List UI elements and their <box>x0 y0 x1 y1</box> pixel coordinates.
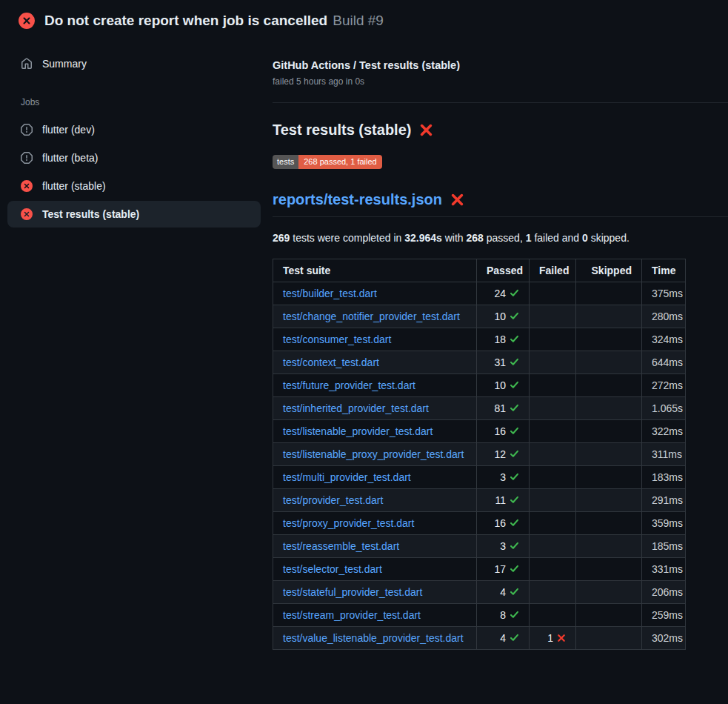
check-icon <box>510 587 519 597</box>
count-value: 11 <box>495 494 519 506</box>
report-file-link[interactable]: reports/test-results.json <box>273 191 442 208</box>
count-number: 16 <box>494 425 506 437</box>
count-number: 16 <box>494 517 506 529</box>
test-suite-link[interactable]: test/builder_test.dart <box>283 288 377 299</box>
passed-count-cell: 4 <box>477 580 530 603</box>
count-value: 10 <box>494 311 519 322</box>
test-suite-link[interactable]: test/context_test.dart <box>283 356 379 368</box>
column-header: Passed <box>477 259 530 282</box>
check-icon <box>510 311 519 321</box>
table-row: test/selector_test.dart17331ms <box>273 557 686 580</box>
check-icon <box>510 357 519 367</box>
count-number: 4 <box>500 586 506 598</box>
test-suite-link[interactable]: test/inherited_provider_test.dart <box>283 402 429 414</box>
time-cell: 1.065s <box>642 396 686 419</box>
test-suite-link[interactable]: test/selector_test.dart <box>283 563 382 575</box>
check-icon <box>510 403 519 413</box>
column-header: Skipped <box>576 259 642 282</box>
test-suite-cell: test/stream_provider_test.dart <box>273 603 477 626</box>
table-row: test/listenable_provider_test.dart16322m… <box>273 419 686 442</box>
skipped-cell <box>576 488 642 511</box>
test-suite-link[interactable]: test/multi_provider_test.dart <box>283 471 411 483</box>
empty-cell <box>530 580 576 603</box>
skipped-cell <box>576 282 642 305</box>
sidebar-job-item-3[interactable]: Test results (stable) <box>7 201 261 228</box>
sidebar: Summary Jobs flutter (dev)flutter (beta)… <box>0 30 273 229</box>
time-cell: 185ms <box>642 534 686 557</box>
empty-cell <box>530 282 576 305</box>
sidebar-job-item-1[interactable]: flutter (beta) <box>7 145 261 171</box>
test-suite-link[interactable]: test/listenable_provider_test.dart <box>283 425 433 437</box>
stop-icon <box>21 124 33 136</box>
test-suite-cell: test/change_notifier_provider_test.dart <box>273 305 477 328</box>
failed-x-icon <box>557 634 566 642</box>
test-suite-link[interactable]: test/provider_test.dart <box>283 494 383 506</box>
empty-cell <box>530 557 576 580</box>
sidebar-job-item-2[interactable]: flutter (stable) <box>7 173 261 199</box>
empty-cell <box>530 442 576 465</box>
test-suite-link[interactable]: test/proxy_provider_test.dart <box>283 517 414 529</box>
summary-segment: 1 <box>526 232 532 244</box>
count-value: 4 <box>500 586 519 598</box>
test-suite-link[interactable]: test/consumer_test.dart <box>283 333 391 345</box>
badge-label: tests <box>273 155 298 169</box>
job-label: Test results (stable) <box>42 208 139 220</box>
test-suite-cell: test/proxy_provider_test.dart <box>273 511 477 534</box>
home-icon <box>21 58 33 70</box>
summary-segment: 269 <box>273 232 290 244</box>
badge-value: 268 passed, 1 failed <box>298 155 381 169</box>
test-suite-link[interactable]: test/value_listenable_provider_test.dart <box>283 632 464 644</box>
job-label: flutter (beta) <box>42 152 98 164</box>
job-label: flutter (dev) <box>42 124 95 136</box>
check-icon <box>510 610 519 620</box>
check-icon <box>510 495 519 505</box>
count-value: 18 <box>494 333 519 345</box>
skipped-cell <box>576 511 642 534</box>
time-cell: 375ms <box>642 282 686 305</box>
sidebar-job-item-0[interactable]: flutter (dev) <box>7 116 261 143</box>
check-icon <box>510 518 519 528</box>
test-suite-link[interactable]: test/stream_provider_test.dart <box>283 609 421 621</box>
count-value: 12 <box>494 448 519 460</box>
sidebar-item-summary[interactable]: Summary <box>7 50 261 77</box>
count-value: 17 <box>494 563 519 575</box>
skipped-cell <box>576 534 642 557</box>
skipped-cell <box>576 442 642 465</box>
empty-cell <box>530 328 576 351</box>
main-content: GitHub Actions / Test results (stable) f… <box>273 30 728 650</box>
count-number: 10 <box>494 311 506 322</box>
check-icon <box>510 380 519 390</box>
test-suite-link[interactable]: test/change_notifier_provider_test.dart <box>283 311 460 322</box>
passed-count-cell: 17 <box>477 557 530 580</box>
summary-segment: 0 <box>582 232 588 244</box>
empty-cell <box>530 305 576 328</box>
passed-count-cell: 12 <box>477 442 530 465</box>
summary-segment: failed and <box>532 232 583 244</box>
test-suite-cell: test/listenable_provider_test.dart <box>273 419 477 442</box>
test-suite-link[interactable]: test/listenable_proxy_provider_test.dart <box>283 448 464 460</box>
breadcrumb: GitHub Actions / Test results (stable) <box>273 59 728 71</box>
failed-count-cell: 1 <box>530 626 576 649</box>
table-row: test/provider_test.dart11291ms <box>273 488 686 511</box>
x-circle-icon <box>19 13 35 29</box>
table-row: test/change_notifier_provider_test.dart1… <box>273 305 686 328</box>
test-suite-link[interactable]: test/future_provider_test.dart <box>283 379 415 391</box>
test-suite-link[interactable]: test/stateful_provider_test.dart <box>283 586 422 598</box>
time-cell: 280ms <box>642 305 686 328</box>
count-value: 16 <box>494 425 519 437</box>
empty-cell <box>530 351 576 373</box>
table-row: test/context_test.dart31644ms <box>273 351 686 373</box>
empty-cell <box>530 603 576 626</box>
x-circle-icon <box>21 208 33 220</box>
summary-segment: skipped. <box>588 232 630 244</box>
skipped-cell <box>576 465 642 488</box>
skipped-cell <box>576 328 642 351</box>
check-icon <box>510 426 519 436</box>
test-suite-cell: test/listenable_proxy_provider_test.dart <box>273 442 477 465</box>
count-number: 4 <box>500 632 506 644</box>
build-header: Do not create report when job is cancell… <box>0 0 728 30</box>
skipped-cell <box>576 603 642 626</box>
test-suite-link[interactable]: test/reassemble_test.dart <box>283 540 399 552</box>
passed-count-cell: 16 <box>477 419 530 442</box>
passed-count-cell: 10 <box>477 373 530 396</box>
